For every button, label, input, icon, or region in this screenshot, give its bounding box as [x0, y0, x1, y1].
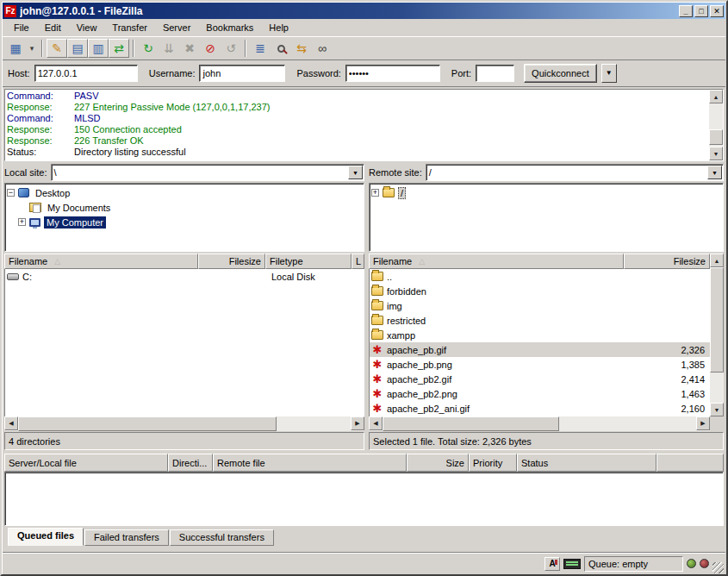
host-input[interactable] [34, 65, 138, 82]
port-input[interactable] [476, 65, 514, 82]
menu-item-transfer[interactable]: Transfer [104, 20, 155, 35]
menu-item-bookmarks[interactable]: Bookmarks [198, 20, 261, 35]
scroll-right-icon[interactable]: ▶ [351, 416, 364, 430]
column-filesize[interactable]: Filesize [624, 254, 710, 269]
cancel-button[interactable]: ✖ [179, 39, 200, 58]
reconnect-icon: ↺ [226, 42, 236, 54]
scroll-right-icon[interactable]: ▶ [696, 416, 710, 430]
local-file-row[interactable]: C: Local Disk [5, 269, 364, 284]
remote-file-row-selected[interactable]: ✱apache_pb.gif2,326 [370, 342, 710, 357]
log-line: Status:Directory listing successful [7, 147, 706, 158]
maximize-button[interactable]: □ [694, 5, 708, 17]
refresh-button[interactable]: ↻ [138, 39, 159, 58]
password-input[interactable] [345, 65, 440, 82]
queue-tabs: Queued files Failed transfers Successful… [4, 526, 724, 546]
column-priority[interactable]: Priority [469, 454, 517, 472]
remote-vertical-scrollbar[interactable]: ▲ ▼ [710, 254, 724, 416]
quickconnect-dropdown-button[interactable]: ▼ [601, 64, 617, 83]
toolbar: ▦ ▾ ✎ ▤ ▥ ⇄ ↻ ⇊ ✖ ⊘ ↺ ≣ ⇆ ∞ [3, 37, 725, 60]
toggle-local-tree-button[interactable]: ▤ [67, 39, 88, 58]
tree-item-my-computer[interactable]: + My Computer [7, 215, 364, 229]
log-vertical-scrollbar[interactable]: ▲ ▼ [709, 90, 723, 160]
disconnect-icon: ⊘ [205, 42, 215, 54]
local-site-combo[interactable]: \ ▼ [51, 164, 364, 181]
remote-file-row[interactable]: xampp [370, 328, 710, 342]
remote-site-combo[interactable]: / ▼ [426, 164, 724, 181]
column-filetype[interactable]: Filetype [265, 254, 352, 269]
remote-file-row[interactable]: ✱apache_pb2.gif2,414 [370, 372, 710, 386]
remote-file-row[interactable]: restricted [370, 313, 710, 328]
filter-button[interactable]: ≣ [250, 39, 271, 58]
scroll-down-icon[interactable]: ▼ [710, 403, 724, 416]
transfer-type-icon[interactable]: A [544, 557, 560, 571]
column-remote-file[interactable]: Remote file [213, 454, 407, 472]
reconnect-button[interactable]: ↺ [221, 39, 241, 58]
tree-item-desktop[interactable]: − Desktop [7, 185, 364, 200]
scroll-left-icon[interactable]: ◀ [4, 416, 18, 430]
remote-file-row[interactable]: ✱apache_pb2.png1,463 [370, 386, 710, 401]
dropdown-arrow-icon: ▾ [30, 45, 34, 53]
menu-item-server[interactable]: Server [155, 20, 198, 35]
scroll-thumb[interactable] [383, 416, 559, 431]
process-queue-button[interactable]: ⇊ [159, 39, 179, 58]
scroll-left-icon[interactable]: ◀ [369, 416, 383, 430]
directory-comparison-button[interactable]: ∞ [312, 39, 333, 58]
column-size[interactable]: Size [407, 454, 469, 472]
site-manager-button[interactable]: ▦ [5, 39, 26, 58]
titlebar[interactable]: Fz john@127.0.0.1 - FileZilla _ □ ✕ [3, 3, 725, 19]
site-manager-dropdown-button[interactable]: ▾ [26, 39, 38, 58]
combo-dropdown-icon[interactable]: ▼ [348, 166, 363, 179]
resize-grip[interactable] [712, 562, 724, 573]
local-horizontal-scrollbar[interactable]: ◀ ▶ [4, 416, 364, 431]
scroll-up-icon[interactable]: ▲ [710, 254, 724, 267]
username-input[interactable] [199, 65, 285, 82]
toggle-message-log-button[interactable]: ✎ [47, 39, 67, 58]
disconnect-button[interactable]: ⊘ [200, 39, 221, 58]
scroll-thumb[interactable] [709, 129, 723, 145]
synchronized-browsing-button[interactable]: ⇆ [291, 39, 312, 58]
tab-failed-transfers[interactable]: Failed transfers [84, 529, 169, 546]
remote-file-row[interactable]: forbidden [370, 284, 710, 298]
toggle-remote-tree-button[interactable]: ▥ [88, 39, 109, 58]
remote-file-row[interactable]: img [370, 298, 710, 313]
remote-file-row[interactable]: ✱apache_pb.png1,385 [370, 357, 710, 372]
message-log: Command:PASV Response:227 Entering Passi… [4, 89, 724, 161]
collapse-icon[interactable]: − [7, 189, 15, 197]
remote-file-row[interactable]: .. [370, 269, 710, 284]
scroll-thumb[interactable] [18, 416, 277, 431]
column-filesize[interactable]: Filesize [198, 254, 265, 269]
column-filename[interactable]: Filename△ [369, 254, 624, 269]
column-last-modified[interactable]: L [352, 254, 364, 269]
quickconnect-button[interactable]: Quickconnect [524, 64, 597, 83]
expand-icon[interactable]: + [371, 189, 379, 197]
expand-icon[interactable]: + [18, 218, 26, 226]
column-direction[interactable]: Directi... [168, 454, 213, 472]
tree-item-my-documents[interactable]: My Documents [7, 200, 364, 215]
column-filename[interactable]: Filename△ [4, 254, 198, 269]
log-line: Response:226 Transfer OK [7, 135, 706, 147]
speed-limit-icon[interactable] [563, 559, 581, 569]
remote-tree-icon: ▥ [92, 42, 103, 54]
scroll-up-icon[interactable]: ▲ [709, 90, 723, 103]
minimize-button[interactable]: _ [679, 5, 693, 17]
column-status[interactable]: Status [517, 454, 656, 472]
quickconnect-bar: Host: Username: Password: Port: Quickcon… [3, 60, 725, 87]
local-list-header: Filename△ Filesize Filetype L [4, 254, 364, 269]
remote-horizontal-scrollbar[interactable]: ◀ ▶ [369, 416, 710, 431]
file-search-button[interactable] [271, 39, 291, 58]
queue-list[interactable] [4, 472, 724, 526]
menu-item-help[interactable]: Help [261, 20, 296, 35]
combo-dropdown-icon[interactable]: ▼ [707, 166, 722, 179]
menu-item-view[interactable]: View [69, 20, 105, 35]
toggle-queue-button[interactable]: ⇄ [109, 39, 129, 58]
scroll-down-icon[interactable]: ▼ [709, 147, 723, 160]
tab-queued-files[interactable]: Queued files [8, 528, 84, 546]
tree-item-root[interactable]: + / [371, 185, 723, 200]
close-button[interactable]: ✕ [710, 5, 724, 17]
remote-file-row[interactable]: ✱apache_pb2_ani.gif2,160 [370, 401, 710, 416]
menu-item-file[interactable]: File [6, 20, 37, 35]
column-server-local-file[interactable]: Server/Local file [4, 454, 168, 472]
tab-successful-transfers[interactable]: Successful transfers [170, 529, 274, 546]
scroll-thumb[interactable] [710, 267, 724, 373]
menu-item-edit[interactable]: Edit [37, 20, 69, 35]
